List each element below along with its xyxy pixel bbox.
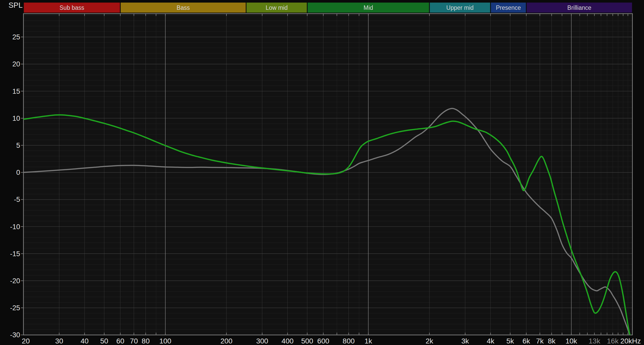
x-tick-label: 20kHz [620, 337, 641, 345]
x-tick-label: 100 [159, 337, 171, 345]
x-tick-label: 10k [565, 337, 577, 345]
y-tick-label: -25 [10, 304, 20, 312]
y-tick-label: -10 [10, 223, 20, 231]
y-tick-label: 10 [12, 115, 20, 122]
x-tick-label: 4k [487, 337, 495, 345]
x-tick-label: 60 [116, 337, 124, 345]
band-strip: Sub bassBassLow midMidUpper midPresenceB… [24, 3, 632, 13]
band-label-brilliance: Brilliance [567, 4, 591, 11]
x-tick-label: 5k [506, 337, 514, 345]
y-tick-label: -30 [10, 331, 20, 339]
band-label-sub-bass: Sub bass [60, 4, 84, 11]
x-tick-label: 6k [522, 337, 530, 345]
band-label-bass: Bass [177, 4, 190, 11]
band-label-presence: Presence [496, 4, 521, 11]
y-tick-label: 20 [12, 60, 20, 68]
x-tick-label: 7k [536, 337, 544, 345]
x-tick-label: 200 [221, 337, 233, 345]
y-tick-label: 0 [16, 169, 20, 176]
x-tick-label: 16k [607, 337, 619, 345]
y-tick-label: -15 [10, 250, 20, 258]
x-tick-label: 70 [130, 337, 138, 345]
x-tick-label: 40 [81, 337, 89, 345]
spl-axis-title: SPL [9, 1, 23, 9]
x-tick-label: 30 [55, 337, 63, 345]
x-tick-label: 300 [256, 337, 268, 345]
x-tick-label: 50 [100, 337, 108, 345]
y-tick-label: -5 [14, 196, 20, 203]
band-label-upper-mid: Upper mid [446, 4, 474, 11]
chart-canvas: Sub bassBassLow midMidUpper midPresenceB… [0, 0, 644, 345]
x-tick-label: 1k [365, 337, 372, 345]
x-tick-label: 3k [461, 337, 469, 345]
x-tick-label: 2k [426, 337, 434, 345]
x-tick-label: 80 [142, 337, 150, 345]
y-tick-label: 15 [12, 88, 20, 95]
x-tick-label: 13k [589, 337, 600, 345]
frequency-response-chart: Sub bassBassLow midMidUpper midPresenceB… [0, 0, 644, 345]
band-label-mid: Mid [363, 4, 373, 11]
y-tick-label: 25 [12, 33, 20, 41]
x-tick-label: 400 [282, 337, 294, 345]
x-tick-label: 20 [22, 337, 30, 345]
band-label-low-mid: Low mid [266, 4, 288, 11]
x-tick-label: 800 [343, 337, 355, 345]
x-tick-label: 600 [317, 337, 329, 345]
x-tick-label: 8k [548, 337, 556, 345]
y-tick-label: -20 [10, 277, 20, 285]
x-tick-label: 500 [301, 337, 313, 345]
y-tick-label: 5 [16, 142, 20, 149]
